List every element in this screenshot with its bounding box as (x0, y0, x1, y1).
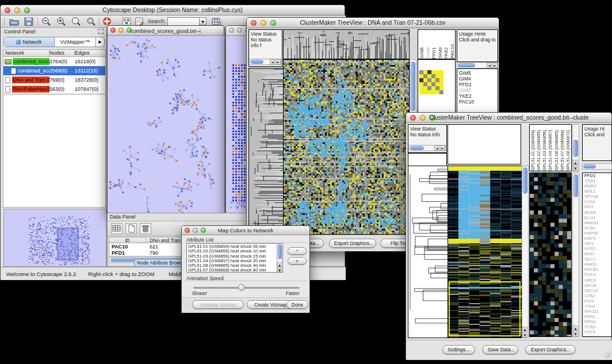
close-button[interactable] (229, 28, 234, 33)
scroll-left-icon[interactable]: ◄ (434, 145, 439, 151)
row-label[interactable]: GIM4 (459, 76, 498, 82)
treeview-combined-button-2[interactable]: Export Graphics... (525, 345, 576, 354)
move-down-button[interactable]: v (288, 257, 307, 265)
scroll-up-icon[interactable]: ▲ (573, 325, 578, 331)
gene-label[interactable]: VIP1 (584, 241, 611, 246)
gene-label[interactable]: RPN1 (584, 319, 611, 324)
heatmap-canvas[interactable] (447, 166, 522, 338)
column-label[interactable]: GIM4 (426, 47, 431, 59)
gene-label[interactable]: NIS1 (584, 204, 611, 209)
scroll-down-icon[interactable]: ▼ (573, 331, 578, 336)
row-label[interactable]: YKE2 (459, 93, 498, 99)
column-label[interactable]: GPL51-01 (GSM854) (530, 130, 536, 171)
column-label[interactable]: GPL51-03 (GSM856) (542, 130, 548, 171)
attribute-list-item[interactable]: GPL51-07 (GSM868) heat shock 60 min (188, 268, 281, 273)
usage-hscrollbar[interactable] (582, 163, 612, 170)
minimize-button[interactable] (237, 28, 242, 33)
scrollbar-thumb[interactable] (523, 167, 527, 194)
close-button[interactable] (110, 28, 116, 33)
gene-label[interactable]: PAN1 (584, 314, 611, 319)
attribute-list-item[interactable]: GPL51-04 (GSM857) heat shock 20 min (188, 259, 281, 263)
open-file-icon[interactable] (9, 17, 20, 26)
usage-hscrollbar[interactable]: ◄ ► (457, 62, 498, 68)
zoom-heatmap-canvas[interactable] (529, 173, 572, 337)
scrollbar-thumb[interactable] (573, 174, 578, 197)
network-tree-row[interactable]: combined_sco2569(6)13112(15) (3, 66, 105, 75)
gene-label[interactable]: HAP3 (584, 236, 611, 241)
speed-slider-track[interactable] (193, 287, 300, 289)
treeview-combined-button-0[interactable]: Settings... (442, 345, 475, 354)
animate-vizmap-button[interactable]: Animate Vizmap (192, 300, 244, 309)
row-label[interactable]: GIM3 (459, 87, 498, 93)
save-session-icon[interactable] (24, 17, 35, 26)
gene-label[interactable]: SEC1 (584, 256, 611, 262)
row-dendrogram-canvas[interactable] (248, 68, 284, 235)
column-label[interactable]: GIM3 (438, 47, 443, 59)
scroll-down-icon[interactable]: ▼ (277, 267, 282, 272)
attribute-list[interactable]: GPL51-01 (GSM854) heat shock 05 minGPL51… (186, 243, 283, 273)
column-label[interactable]: GPL51-06 (GSM865) (554, 130, 560, 171)
scroll-up-icon[interactable]: ▲ (522, 327, 527, 332)
view-status-hscrollbar[interactable]: ◄ ► (250, 59, 281, 65)
scroll-left-icon[interactable]: ◄ (487, 63, 492, 68)
row-label[interactable]: PFD1 (459, 82, 498, 87)
scroll-right-icon[interactable]: ► (276, 59, 281, 64)
column-label[interactable]: GPL51-04 (GSM857) (548, 130, 553, 171)
tab-network[interactable]: Network (4, 37, 55, 47)
done-button[interactable]: Done (286, 300, 308, 309)
gene-label[interactable]: MSI1 (584, 251, 611, 256)
gene-label[interactable]: ELG1 (584, 215, 611, 220)
close-button[interactable] (251, 20, 257, 26)
attribute-list-vscrollbar[interactable]: ▲ ▼ (277, 244, 282, 272)
gene-label[interactable]: FIG4 (584, 298, 611, 304)
col-network[interactable]: Network (3, 50, 49, 56)
data-col-id[interactable]: ID (109, 237, 146, 243)
attribute-list-item[interactable]: GPL51-06 (GSM865) heat shock 40 min (188, 263, 281, 268)
gene-label[interactable]: GTB1 (584, 225, 611, 231)
gene-label[interactable]: YSH1 (584, 304, 611, 309)
col-nodes[interactable]: Nodes (49, 50, 75, 56)
gene-label[interactable]: PFD1 (584, 173, 611, 178)
gene-label[interactable]: HMG1 (584, 262, 611, 267)
heatmap-canvas[interactable] (283, 59, 410, 235)
column-label[interactable]: GPL51-08 (GSM872) (565, 130, 571, 171)
tab-vizmapper[interactable]: VizMapper™ (55, 37, 95, 47)
gene-label[interactable]: TCB3 (584, 324, 611, 329)
gene-label[interactable]: CLN1 (584, 199, 611, 204)
network-tree-row[interactable]: DNA and Tran 07769(0)183728(0) (3, 75, 105, 85)
scroll-up-icon[interactable]: ▲ (277, 262, 282, 267)
gene-label[interactable]: HRD3 (584, 278, 611, 283)
resize-grip[interactable] (604, 351, 611, 358)
scrollbar-thumb[interactable] (583, 164, 596, 168)
column-label[interactable]: PFD1 (431, 47, 437, 59)
close-button[interactable] (5, 7, 10, 13)
scroll-right-icon[interactable]: ► (440, 145, 445, 151)
zoom-in-icon[interactable] (56, 17, 67, 26)
treeview-combined-button-1[interactable]: Save Data... (483, 345, 518, 354)
gene-label[interactable]: YRA1 (584, 178, 611, 183)
gene-label[interactable]: RNR4 (584, 183, 611, 189)
float-panel-icon[interactable] (98, 29, 104, 34)
mini-heatmap[interactable] (419, 70, 443, 94)
zoom-vscrollbar[interactable]: ▲ ▼ (572, 173, 579, 337)
tab-overflow-button[interactable]: ▶ (95, 37, 104, 47)
move-up-button[interactable]: ^ (288, 247, 307, 255)
row-label[interactable]: PAC10 (459, 99, 498, 105)
column-label[interactable]: GPL51-02 (GSM855) (536, 130, 542, 171)
treeview-dna-button-1[interactable]: Export Graphics... (329, 239, 376, 248)
delete-attribute-trash-icon[interactable] (140, 223, 151, 234)
gene-label[interactable]: KAP95 (584, 231, 611, 236)
gene-label[interactable]: GPI16 (584, 283, 611, 288)
gene-label[interactable]: MON2 (584, 335, 611, 337)
gene-label[interactable]: SPC98 (584, 194, 611, 199)
attribute-list-item[interactable]: GPL51-03 (GSM856) heat shock 15 min (188, 254, 281, 259)
scrollbar-thumb[interactable] (411, 62, 415, 111)
column-dendrogram-canvas[interactable] (283, 29, 410, 59)
attribute-list-item[interactable]: GPL51-01 (GSM854) heat shock 05 min (188, 244, 281, 249)
gene-label[interactable]: MAK31 (584, 220, 611, 225)
node-attribute-browser-button[interactable]: Node Attribute Brows (134, 259, 186, 267)
column-labels-vscrollbar[interactable]: ▲ ▼ (572, 124, 579, 171)
scroll-down-icon[interactable]: ▼ (522, 332, 527, 338)
view-status-hscrollbar[interactable]: ◄ ► (409, 145, 446, 151)
gene-label[interactable]: MSL1 (584, 189, 611, 194)
